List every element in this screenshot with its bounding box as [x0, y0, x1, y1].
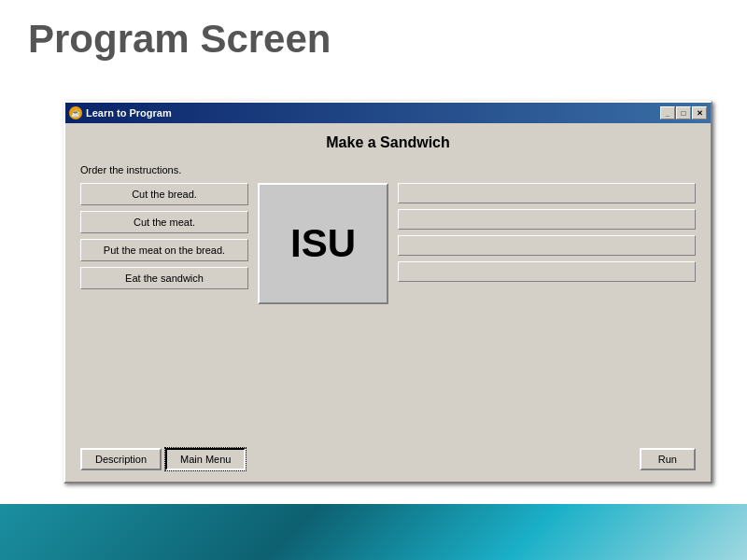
bottom-buttons-row: Description Main Menu Run	[80, 448, 696, 470]
titlebar-title: Learn to Program	[86, 107, 172, 119]
instruction-label: Order the instructions.	[80, 164, 696, 175]
center-panel: ISU	[258, 183, 388, 304]
titlebar-left: ☕ Learn to Program	[69, 106, 172, 119]
order-slot-0[interactable]	[398, 183, 696, 203]
run-button[interactable]: Run	[640, 448, 696, 470]
titlebar: ☕ Learn to Program _ □ ✕	[65, 103, 711, 123]
instruction-btn-1[interactable]: Cut the meat.	[80, 211, 248, 233]
app-icon: ☕	[69, 106, 82, 119]
isu-text: ISU	[290, 221, 356, 266]
instruction-btn-2[interactable]: Put the meat on the bread.	[80, 239, 248, 261]
maximize-button[interactable]: □	[676, 106, 691, 119]
page-title: Program Screen	[28, 17, 331, 62]
order-slot-1[interactable]	[398, 209, 696, 230]
main-menu-button[interactable]: Main Menu	[165, 448, 246, 470]
description-button[interactable]: Description	[80, 448, 162, 470]
application-window: ☕ Learn to Program _ □ ✕ Make a Sandwich…	[63, 101, 712, 483]
main-layout: Cut the bread. Cut the meat. Put the mea…	[80, 183, 696, 304]
order-slots-panel	[398, 183, 696, 282]
instruction-btn-3[interactable]: Eat the sandwich	[80, 267, 248, 289]
instruction-btn-0[interactable]: Cut the bread.	[80, 183, 248, 205]
instructions-panel: Cut the bread. Cut the meat. Put the mea…	[80, 183, 248, 289]
titlebar-buttons: _ □ ✕	[660, 106, 707, 119]
bottom-decorative-bar	[0, 504, 747, 560]
minimize-button[interactable]: _	[660, 106, 675, 119]
order-slot-2[interactable]	[398, 235, 696, 256]
window-content: Make a Sandwich Order the instructions. …	[65, 123, 711, 482]
isu-display-box: ISU	[258, 183, 388, 304]
bottom-left-buttons: Description Main Menu	[80, 448, 246, 470]
order-slot-3[interactable]	[398, 261, 696, 282]
window-heading: Make a Sandwich	[80, 134, 696, 151]
close-button[interactable]: ✕	[692, 106, 707, 119]
